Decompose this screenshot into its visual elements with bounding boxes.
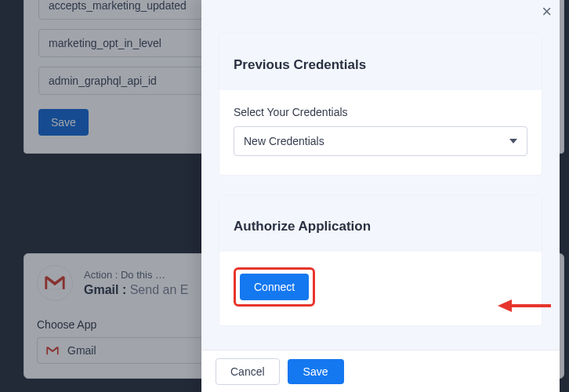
authorize-title: Authorize Application [234, 219, 527, 234]
authorize-card: Authorize Application Connect [219, 194, 542, 326]
close-icon[interactable]: × [542, 3, 552, 20]
chevron-down-icon [509, 139, 517, 143]
previous-credentials-card: Previous Credentials Select Your Credent… [219, 33, 542, 176]
credentials-value: New Credentials [244, 135, 324, 147]
drawer-footer: Cancel Save [201, 350, 560, 392]
cancel-button[interactable]: Cancel [216, 358, 280, 385]
settings-drawer: × Previous Credentials Select Your Crede… [201, 0, 560, 392]
connect-button[interactable]: Connect [240, 274, 309, 300]
previous-credentials-title: Previous Credentials [234, 57, 527, 73]
select-credentials-label: Select Your Credentials [234, 106, 527, 118]
credentials-dropdown[interactable]: New Credentials [234, 126, 527, 156]
connect-highlight: Connect [234, 267, 315, 307]
save-button[interactable]: Save [288, 359, 344, 384]
